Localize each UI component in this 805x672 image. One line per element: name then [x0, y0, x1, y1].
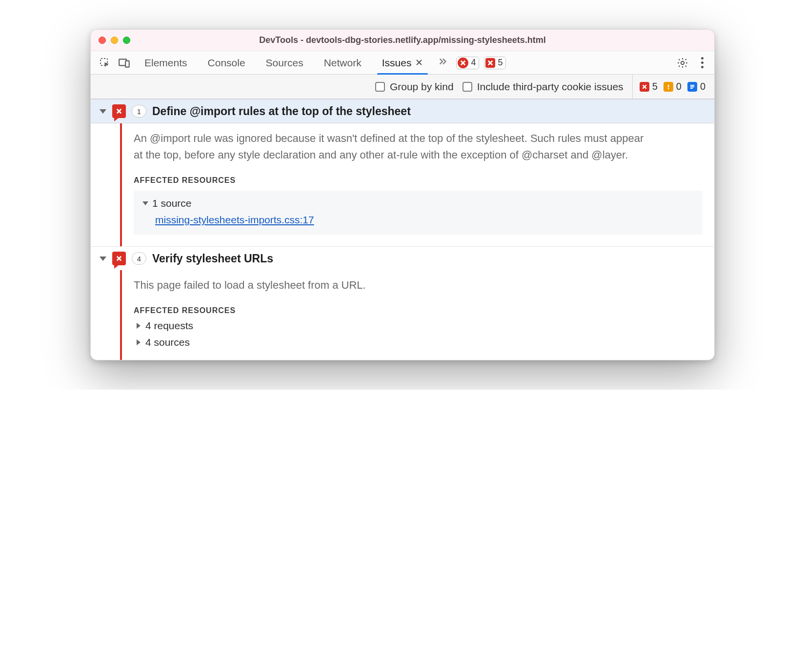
requests-summary-text: 4 requests: [145, 320, 193, 332]
error-count[interactable]: 5: [640, 81, 658, 92]
tab-label: Console: [208, 57, 245, 69]
issue-header[interactable]: 4 Verify stylesheet URLs: [91, 246, 714, 270]
chevron-right-icon: [137, 339, 141, 345]
checkbox-label: Include third-party cookie issues: [477, 81, 624, 93]
error-icon: [640, 82, 649, 92]
window-zoom-button[interactable]: [123, 37, 130, 44]
inspect-element-icon[interactable]: [97, 55, 113, 71]
error-icon: [458, 58, 468, 68]
tab-issues[interactable]: Issues: [373, 51, 432, 74]
tab-label: Network: [324, 57, 362, 69]
affected-resources-label: AFFECTED RESOURCES: [134, 176, 703, 185]
warning-count[interactable]: 0: [664, 81, 682, 92]
tab-label: Issues: [382, 57, 412, 69]
svg-rect-5: [668, 88, 669, 89]
tab-console[interactable]: Console: [199, 51, 254, 74]
info-icon: [687, 82, 697, 92]
tab-sources[interactable]: Sources: [257, 51, 312, 74]
issue-counts: 5 0 0: [632, 75, 705, 99]
affected-resources-label: AFFECTED RESOURCES: [134, 306, 703, 315]
titlebar: DevTools - devtools-dbg-stories.netlify.…: [91, 30, 714, 51]
affected-resources-box: 1 source missing-stylesheets-imports.css…: [134, 191, 703, 235]
tab-label: Sources: [266, 57, 303, 69]
checkbox-box: [463, 82, 472, 92]
issue-header[interactable]: 1 Define @import rules at the top of the…: [91, 99, 714, 123]
badge-count: 4: [471, 58, 476, 68]
count-value: 5: [652, 81, 658, 92]
tab-elements[interactable]: Elements: [136, 51, 196, 74]
device-toolbar-icon[interactable]: [116, 55, 133, 71]
info-count[interactable]: 0: [687, 81, 705, 92]
issue-count-pill: 1: [132, 105, 146, 118]
requests-summary-row[interactable]: 4 requests: [134, 320, 703, 332]
issue-count-pill: 4: [132, 252, 146, 265]
issue-title: Define @import rules at the top of the s…: [152, 105, 411, 118]
issue-description: This page failed to load a stylesheet fr…: [134, 277, 651, 294]
kebab-menu-icon[interactable]: [694, 55, 710, 71]
window-minimize-button[interactable]: [111, 37, 118, 44]
count-value: 0: [676, 81, 682, 92]
error-chip-icon: [112, 252, 126, 265]
issue-description: An @import rule was ignored because it w…: [134, 130, 651, 163]
tab-network[interactable]: Network: [315, 51, 370, 74]
group-by-kind-checkbox[interactable]: Group by kind: [375, 81, 454, 93]
issue-item: 4 Verify stylesheet URLs This page faile…: [91, 246, 714, 360]
source-summary-row[interactable]: 1 source: [142, 198, 694, 209]
chevron-down-icon: [100, 257, 106, 261]
count-value: 0: [700, 81, 705, 92]
error-icon: [485, 58, 495, 68]
badge-count: 5: [498, 58, 503, 68]
window-close-button[interactable]: [99, 37, 106, 44]
main-tabbar: Elements Console Sources Network Issues …: [91, 51, 714, 75]
issue-title: Verify stylesheet URLs: [152, 252, 273, 265]
traffic-lights: [99, 37, 130, 44]
svg-point-3: [681, 61, 684, 64]
close-icon[interactable]: [415, 57, 423, 69]
issues-errors-badge-square[interactable]: 5: [484, 57, 506, 69]
sources-summary-text: 4 sources: [145, 336, 190, 348]
console-errors-badge-round[interactable]: 4: [456, 57, 479, 69]
svg-rect-4: [668, 84, 669, 87]
include-third-party-checkbox[interactable]: Include third-party cookie issues: [463, 81, 624, 93]
svg-rect-2: [125, 60, 129, 67]
settings-icon[interactable]: [674, 55, 691, 71]
sources-summary-row[interactable]: 4 sources: [134, 336, 703, 348]
more-tabs-icon[interactable]: [435, 56, 451, 70]
chevron-right-icon: [137, 323, 141, 329]
issue-body: An @import rule was ignored because it w…: [120, 123, 714, 246]
source-summary-text: 1 source: [152, 198, 192, 209]
devtools-window: DevTools - devtools-dbg-stories.netlify.…: [90, 29, 715, 360]
checkbox-box: [375, 82, 385, 92]
issue-item: 1 Define @import rules at the top of the…: [91, 99, 714, 246]
chevron-down-icon: [100, 109, 106, 114]
issue-body: This page failed to load a stylesheet fr…: [120, 270, 714, 360]
error-chip-icon: [112, 104, 126, 118]
window-title: DevTools - devtools-dbg-stories.netlify.…: [91, 35, 714, 45]
source-link[interactable]: missing-stylesheets-imports.css:17: [155, 214, 314, 226]
tab-label: Elements: [144, 57, 187, 69]
issues-toolbar: Group by kind Include third-party cookie…: [91, 75, 714, 99]
chevron-down-icon: [142, 201, 148, 205]
warning-icon: [664, 82, 673, 92]
checkbox-label: Group by kind: [390, 81, 454, 93]
